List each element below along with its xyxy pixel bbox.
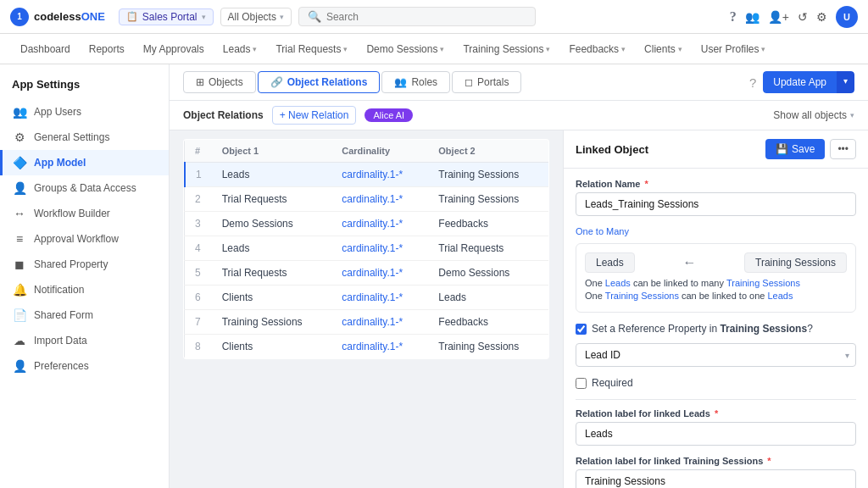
- history-icon[interactable]: ↺: [798, 10, 808, 24]
- diagram-row: Leads ← Training Sessions: [585, 252, 847, 273]
- cell-cardinality: cardinality.1-*: [331, 286, 428, 310]
- lead-id-select[interactable]: Lead ID: [576, 343, 856, 367]
- nav-item-clients[interactable]: Clients ▾: [636, 34, 691, 64]
- sidebar-item-import-data[interactable]: ☁ Import Data: [0, 328, 169, 353]
- sidebar-item-preferences[interactable]: 👤 Preferences: [0, 353, 169, 379]
- nav-label-clients: Clients: [644, 43, 676, 55]
- cell-num: 3: [185, 212, 212, 236]
- required-checkbox[interactable]: [576, 378, 587, 389]
- user-add-icon[interactable]: 👤+: [768, 10, 789, 24]
- shared-property-icon: ◼: [12, 258, 27, 271]
- ai-badge[interactable]: Alice AI: [364, 108, 413, 122]
- table-row[interactable]: 6 Clients cardinality.1-* Leads: [185, 286, 549, 310]
- table-row[interactable]: 3 Demo Sessions cardinality.1-* Feedback…: [185, 212, 549, 236]
- app-model-icon: 🔷: [12, 156, 27, 169]
- nav-item-demo[interactable]: Demo Sessions ▾: [358, 34, 453, 64]
- sidebar-item-workflow-builder[interactable]: ↔ Workflow Builder: [0, 201, 169, 226]
- nav-label-demo: Demo Sessions: [366, 43, 437, 55]
- sidebar-item-shared-form[interactable]: 📄 Shared Form: [0, 302, 169, 328]
- logo-text: codelessONE: [34, 10, 105, 23]
- sidebar-item-approval-workflow[interactable]: ≡ Approval Workflow: [0, 226, 169, 252]
- table-row[interactable]: 8 Clients cardinality.1-* Training Sessi…: [185, 335, 549, 359]
- nav-item-user-profiles[interactable]: User Profiles ▾: [693, 34, 775, 64]
- table-row[interactable]: 7 Training Sessions cardinality.1-* Feed…: [185, 310, 549, 335]
- nav-item-leads[interactable]: Leads ▾: [214, 34, 266, 64]
- diagram-text-1: One Leads can be linked to many Training…: [585, 278, 847, 288]
- update-app-dropdown-arrow[interactable]: ▾: [837, 71, 854, 93]
- reference-property-label: Set a Reference Property in Training Ses…: [592, 323, 813, 335]
- relation-label-training-input[interactable]: [576, 469, 856, 488]
- search-input[interactable]: [326, 11, 526, 23]
- show-all-chevron: ▾: [850, 111, 854, 119]
- portals-tab-icon: ◻: [465, 76, 473, 88]
- more-button[interactable]: •••: [830, 139, 856, 159]
- table-container: # Object 1 Cardinality Object 2 1 Leads …: [170, 130, 563, 488]
- portal-badge[interactable]: 📋 Sales Portal ▾: [119, 8, 214, 25]
- users-icon[interactable]: 👥: [745, 10, 760, 24]
- cell-cardinality: cardinality.1-*: [331, 212, 428, 236]
- nav-chevron-feedbacks: ▾: [621, 45, 626, 53]
- preferences-icon: 👤: [12, 359, 27, 373]
- content-help-icon[interactable]: ?: [749, 75, 756, 90]
- sidebar-item-shared-property[interactable]: ◼ Shared Property: [0, 252, 169, 277]
- relation-label-leads-input[interactable]: [576, 422, 856, 446]
- cell-object1: Trial Requests: [212, 261, 332, 286]
- nav-item-feedbacks[interactable]: Feedbacks ▾: [560, 34, 634, 64]
- settings-icon[interactable]: ⚙: [816, 10, 827, 24]
- nav-item-approvals[interactable]: My Approvals: [135, 34, 213, 64]
- nav-label-trial: Trial Requests: [275, 43, 341, 55]
- tab-portals[interactable]: ◻ Portals: [452, 71, 521, 93]
- object-relations-table: # Object 1 Cardinality Object 2 1 Leads …: [183, 139, 549, 359]
- right-panel: Linked Object 💾 Save •••: [563, 130, 868, 488]
- cell-num: 8: [185, 335, 212, 359]
- sidebar-label-approval-workflow: Approval Workflow: [34, 233, 119, 245]
- object-relations-tab-icon: 🔗: [270, 76, 283, 88]
- object-relations-tab-label: Object Relations: [287, 76, 368, 88]
- all-objects-dropdown[interactable]: All Objects ▾: [220, 8, 292, 26]
- update-app-button[interactable]: Update App: [763, 71, 837, 93]
- linked-object-title: Linked Object: [576, 143, 648, 156]
- search-icon: 🔍: [308, 10, 321, 23]
- objects-tab-icon: ⊞: [196, 76, 204, 88]
- nav-item-reports[interactable]: Reports: [81, 34, 133, 64]
- sidebar-label-shared-form: Shared Form: [34, 309, 93, 321]
- cell-object2: Training Sessions: [428, 163, 548, 187]
- lead-id-select-wrapper: Lead ID: [576, 343, 856, 367]
- cell-num: 7: [185, 310, 212, 335]
- update-app-label: Update App: [773, 76, 826, 88]
- table-row[interactable]: 1 Leads cardinality.1-* Training Session…: [185, 163, 549, 187]
- nav-item-trial[interactable]: Trial Requests ▾: [267, 34, 356, 64]
- cardinality-link[interactable]: One to Many: [576, 226, 856, 236]
- notification-icon: 🔔: [12, 283, 27, 297]
- relation-name-input[interactable]: [576, 192, 856, 216]
- roles-tab-icon: 👥: [394, 76, 407, 88]
- nav-label-reports: Reports: [89, 43, 125, 55]
- table-row[interactable]: 5 Trial Requests cardinality.1-* Demo Se…: [185, 261, 549, 286]
- new-relation-button[interactable]: + New Relation: [272, 106, 357, 125]
- table-right-layout: # Object 1 Cardinality Object 2 1 Leads …: [170, 130, 868, 488]
- sidebar-item-app-model[interactable]: 🔷 App Model: [0, 150, 169, 175]
- sidebar-item-general-settings[interactable]: ⚙ General Settings: [0, 125, 169, 150]
- cell-object2: Trial Requests: [428, 236, 548, 261]
- nav-item-training[interactable]: Training Sessions ▾: [454, 34, 559, 64]
- sidebar-item-notification[interactable]: 🔔 Notification: [0, 277, 169, 302]
- sidebar-item-groups[interactable]: 👤 Groups & Data Access: [0, 175, 169, 201]
- tab-objects[interactable]: ⊞ Objects: [183, 71, 256, 93]
- sidebar-item-app-users[interactable]: 👥 App Users: [0, 99, 169, 125]
- help-icon[interactable]: ?: [730, 9, 737, 25]
- lead-id-field: Lead ID: [576, 343, 856, 367]
- save-button[interactable]: 💾 Save: [765, 139, 825, 159]
- portal-name: Sales Portal: [142, 11, 198, 23]
- avatar[interactable]: U: [836, 6, 858, 28]
- relation-label-leads-label: Relation label for linked Leads *: [576, 408, 856, 419]
- table-row[interactable]: 4 Leads cardinality.1-* Trial Requests: [185, 236, 549, 261]
- relation-name-required: *: [644, 179, 648, 189]
- table-row[interactable]: 2 Trial Requests cardinality.1-* Trainin…: [185, 187, 549, 212]
- save-label: Save: [792, 143, 815, 155]
- show-all-objects[interactable]: Show all objects ▾: [773, 109, 854, 121]
- nav-item-dashboard[interactable]: Dashboard: [12, 34, 79, 64]
- tab-roles[interactable]: 👥 Roles: [381, 71, 450, 93]
- tab-object-relations[interactable]: 🔗 Object Relations: [258, 71, 381, 93]
- reference-property-checkbox[interactable]: [576, 324, 587, 335]
- nav-chevron-trial: ▾: [343, 45, 348, 53]
